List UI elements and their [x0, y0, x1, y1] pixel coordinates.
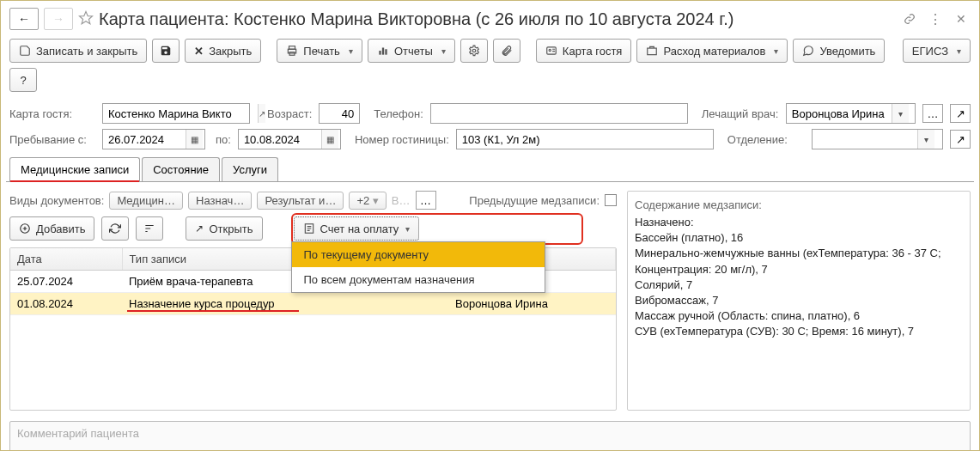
- nav-forward-button[interactable]: →: [44, 8, 73, 30]
- open-ref-icon[interactable]: ↗: [950, 104, 971, 123]
- svg-rect-10: [648, 48, 657, 55]
- chevron-down-icon[interactable]: ▾: [892, 104, 909, 123]
- help-button[interactable]: ?: [9, 68, 37, 92]
- prev-records-checkbox[interactable]: [605, 194, 617, 206]
- stay-from-input[interactable]: [103, 130, 186, 149]
- svg-rect-4: [379, 51, 380, 55]
- table-row[interactable]: 01.08.2024 Назначение курса процедур Вор…: [10, 293, 616, 315]
- doc-types-label: Виды документов:: [9, 194, 104, 207]
- tab-med-records[interactable]: Медицинские записи: [9, 157, 140, 181]
- invoice-menu-all[interactable]: По всем документам назначения: [292, 267, 545, 292]
- side-content: Назначено: Бассейн (платно), 16 Минераль…: [635, 215, 963, 340]
- cell-type: Назначение курса процедур: [122, 293, 397, 315]
- stay-to-input[interactable]: [239, 130, 321, 149]
- hotel-input[interactable]: [457, 130, 713, 149]
- reports-button[interactable]: Отчеты: [368, 39, 455, 63]
- age-input[interactable]: [320, 104, 359, 123]
- reports-label: Отчеты: [394, 45, 433, 58]
- print-button[interactable]: Печать: [277, 39, 362, 63]
- save-close-label: Записать и закрыть: [36, 45, 137, 58]
- close-button[interactable]: ✕ Закрыть: [185, 39, 261, 63]
- tab-condition[interactable]: Состояние: [142, 157, 220, 181]
- print-label: Печать: [303, 45, 340, 58]
- cell-note: [397, 293, 448, 315]
- phone-input[interactable]: [431, 104, 687, 123]
- doc-type-chip[interactable]: Назнач…: [188, 192, 252, 210]
- guest-card-label: Карта гостя: [563, 45, 623, 58]
- save-button[interactable]: [152, 39, 180, 63]
- hotel-label: Номер гостиницы:: [355, 133, 449, 146]
- close-icon[interactable]: ✕: [952, 9, 971, 28]
- invoice-label: Счет на оплату: [320, 222, 399, 235]
- close-label: Закрыть: [209, 45, 252, 58]
- more-icon[interactable]: ⋮: [926, 9, 945, 28]
- cell-date: 01.08.2024: [10, 293, 122, 315]
- svg-point-7: [472, 49, 476, 52]
- select-button[interactable]: …: [922, 104, 943, 123]
- save-close-button[interactable]: Записать и закрыть: [9, 39, 147, 63]
- egisz-button[interactable]: ЕГИСЗ: [903, 39, 971, 63]
- stay-to-label: по:: [216, 133, 231, 146]
- age-label: Возраст:: [267, 107, 312, 120]
- doc-type-chip[interactable]: Медицин…: [109, 192, 183, 210]
- open-label: Открыть: [209, 222, 253, 235]
- svg-marker-0: [80, 11, 93, 23]
- doc-type-more-chip[interactable]: +2 ▾: [349, 192, 386, 210]
- doc-type-chip[interactable]: Результат и…: [257, 192, 344, 210]
- notify-label: Уведомить: [819, 45, 875, 58]
- notify-button[interactable]: Уведомить: [793, 39, 885, 63]
- dept-label: Отделение:: [727, 133, 805, 146]
- phone-label: Телефон:: [374, 107, 423, 120]
- materials-button[interactable]: Расход материалов: [636, 39, 788, 63]
- patient-comment-input[interactable]: Комментарий пациента: [9, 421, 971, 451]
- attach-button[interactable]: [493, 39, 520, 63]
- refresh-button[interactable]: [101, 216, 129, 241]
- chevron-down-icon[interactable]: ▾: [917, 130, 934, 149]
- nav-back-button[interactable]: ←: [9, 8, 39, 30]
- doctor-input[interactable]: [787, 104, 892, 123]
- guest-name-input[interactable]: [103, 104, 258, 123]
- svg-point-9: [549, 49, 551, 51]
- doctor-label: Лечащий врач:: [702, 107, 779, 120]
- cell-resp: Воронцова Ирина: [448, 293, 616, 315]
- add-label: Добавить: [36, 222, 85, 235]
- guest-card-field-label: Карта гостя:: [9, 107, 95, 120]
- side-title: Содержание медзаписи:: [635, 198, 963, 211]
- svg-rect-5: [382, 48, 384, 55]
- link-icon[interactable]: [900, 9, 919, 28]
- page-title: Карта пациента: Костенко Марина Викторов…: [99, 9, 895, 29]
- svg-rect-6: [385, 49, 387, 54]
- tab-services[interactable]: Услуги: [222, 157, 278, 181]
- gear-button[interactable]: [460, 39, 488, 63]
- guest-card-button[interactable]: Карта гостя: [536, 39, 632, 63]
- dept-input[interactable]: [813, 130, 917, 149]
- prev-records-label: Предыдущие медзаписи:: [469, 194, 600, 207]
- invoice-button[interactable]: Счет на оплату ▾ По текущему документу П…: [294, 216, 420, 241]
- open-ref-icon[interactable]: ↗: [950, 130, 971, 149]
- tab-label: Медицинские записи: [21, 163, 129, 176]
- sort-button[interactable]: [136, 216, 163, 241]
- th-date[interactable]: Дата: [10, 248, 122, 271]
- invoice-menu-current[interactable]: По текущему документу: [292, 242, 545, 267]
- materials-label: Расход материалов: [663, 45, 765, 58]
- calendar-icon[interactable]: ▦: [186, 130, 203, 149]
- egisz-label: ЕГИСЗ: [912, 45, 948, 58]
- cell-date: 25.07.2024: [10, 271, 122, 293]
- add-button[interactable]: Добавить: [9, 216, 94, 241]
- calendar-icon[interactable]: ▦: [321, 130, 338, 149]
- favorite-icon[interactable]: [78, 10, 94, 28]
- open-button[interactable]: ↗ Открыть: [186, 216, 262, 241]
- open-ref-icon[interactable]: ↗: [258, 104, 265, 123]
- more-filters-button[interactable]: …: [416, 191, 436, 210]
- stay-from-label: Пребывание с:: [9, 133, 95, 146]
